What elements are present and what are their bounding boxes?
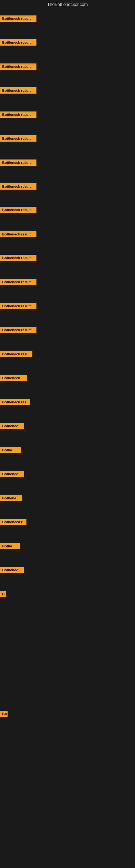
bottleneck-result-item[interactable]: B bbox=[0, 591, 6, 597]
bottleneck-result-item[interactable]: Bottle bbox=[0, 543, 20, 549]
bottleneck-result-item[interactable]: Bottleneck result bbox=[0, 87, 37, 94]
site-title: TheBottlenecker.com bbox=[0, 0, 135, 8]
bottleneck-result-item[interactable]: Bottleneck result bbox=[0, 279, 37, 285]
bottleneck-result-item[interactable]: Bottleneck res bbox=[0, 399, 30, 405]
bottleneck-result-item[interactable]: Bottlenec bbox=[0, 423, 24, 429]
bottleneck-result-item[interactable]: Bottlene bbox=[0, 495, 22, 501]
bottleneck-result-item[interactable]: Bottleneck result bbox=[0, 39, 37, 45]
bottleneck-result-item[interactable]: Bottleneck result bbox=[0, 16, 37, 22]
bottleneck-result-item[interactable]: Bottleneck result bbox=[0, 207, 37, 213]
bottleneck-result-item[interactable]: Bottleneck result bbox=[0, 327, 37, 333]
bottleneck-result-item[interactable]: Bottleneck r bbox=[0, 519, 27, 525]
bottleneck-result-item[interactable]: Bottlenec bbox=[0, 567, 24, 573]
bottleneck-result-item[interactable]: Bottleneck result bbox=[0, 159, 37, 166]
bottleneck-result-item[interactable]: Bottleneck result bbox=[0, 135, 37, 142]
bottleneck-result-item[interactable]: Bottleneck result bbox=[0, 63, 37, 70]
bottleneck-result-item[interactable]: Bottlenec bbox=[0, 471, 24, 477]
bottleneck-result-item[interactable]: Bottleneck result bbox=[0, 303, 37, 309]
bottleneck-result-item[interactable]: Bottle bbox=[0, 447, 21, 453]
bottleneck-result-item[interactable]: Bottleneck result bbox=[0, 183, 37, 190]
bottleneck-result-item[interactable]: Bottleneck result bbox=[0, 112, 37, 118]
bottleneck-result-item[interactable]: Bottleneck result bbox=[0, 231, 37, 237]
bottleneck-result-item[interactable]: Bottleneck result bbox=[0, 255, 37, 261]
bottleneck-result-item[interactable]: Bottleneck resu bbox=[0, 351, 32, 357]
bottleneck-result-item[interactable]: Bottleneck bbox=[0, 375, 27, 381]
bottleneck-result-item[interactable]: Bo bbox=[0, 711, 8, 717]
